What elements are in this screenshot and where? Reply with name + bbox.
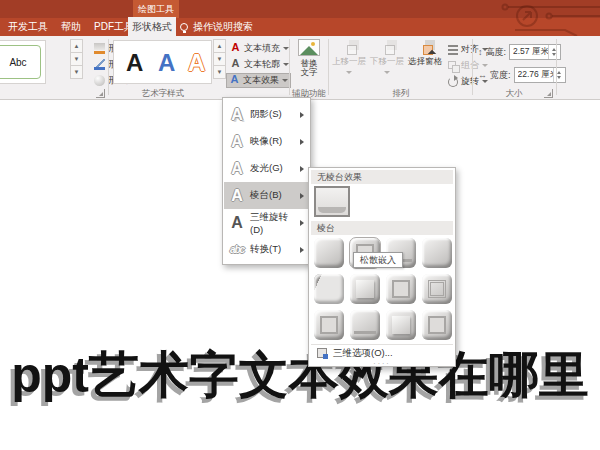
- text-fill-label: 文本填充: [244, 42, 280, 55]
- menu-item-shadow[interactable]: A 阴影(S): [224, 101, 309, 128]
- bevel-tooltip: 松散嵌入: [353, 252, 403, 268]
- 3d-options-item[interactable]: 三维选项(O)...: [311, 344, 453, 361]
- scroll-up-icon[interactable]: ▲: [213, 39, 226, 53]
- bevel-preset-art-deco[interactable]: [386, 310, 416, 340]
- bevel-preset-ring[interactable]: [422, 310, 452, 340]
- text-outline-button[interactable]: A 文本轮廓: [228, 57, 291, 72]
- height-input[interactable]: [510, 47, 548, 57]
- height-spinner[interactable]: [548, 45, 559, 59]
- height-label: 高度:: [486, 46, 507, 59]
- shape-style-gallery[interactable]: Abc: [0, 40, 46, 84]
- width-input[interactable]: [515, 70, 553, 80]
- menu-item-label: 转换(T): [250, 243, 300, 256]
- group-objects-icon: [448, 61, 458, 71]
- send-backward-icon: [380, 40, 395, 55]
- wordart-group-label: 艺术字样式: [113, 88, 213, 100]
- group-divider: [472, 39, 473, 95]
- submenu-arrow-icon: [300, 139, 304, 145]
- menu-item-label: 发光(G): [250, 162, 300, 175]
- bevel-preset-riblet[interactable]: [314, 310, 344, 340]
- selection-pane-button[interactable]: 选择窗格: [407, 38, 443, 86]
- bevel-preset-slope[interactable]: [386, 274, 416, 304]
- arrange-group-label: 排列: [331, 88, 471, 100]
- shape-outline-icon: [94, 59, 105, 70]
- text-effects-button[interactable]: A 文本效果: [226, 73, 291, 88]
- bevel-preset-circle[interactable]: [314, 238, 344, 268]
- 3d-options-label: 三维选项(O)...: [333, 347, 393, 360]
- selection-pane-label: 选择窗格: [407, 57, 443, 66]
- size-group-label: 大小: [476, 88, 552, 100]
- align-label: 对齐: [461, 43, 479, 56]
- menu-item-label: 三维旋转(D): [250, 211, 300, 235]
- tell-me-label: 操作说明搜索: [193, 20, 253, 34]
- menu-item-reflection[interactable]: A 映像(R): [224, 128, 309, 155]
- wordart-gallery[interactable]: A A A: [113, 40, 212, 84]
- alt-text-button[interactable]: 替换文字: [292, 38, 326, 86]
- bring-forward-label: 上移一层: [331, 57, 367, 66]
- alt-text-label: 替换文字: [298, 59, 320, 77]
- scroll-up-icon[interactable]: ▲: [70, 39, 83, 53]
- wordart-style-blue[interactable]: A: [158, 49, 175, 77]
- no-bevel-header: 无棱台效果: [311, 170, 453, 184]
- menu-item-label: 阴影(S): [250, 108, 300, 121]
- gallery-more-icon[interactable]: ▼: [70, 65, 83, 79]
- group-label-text: 组合: [461, 59, 479, 72]
- width-label: 宽度:: [490, 69, 511, 82]
- shadow-effect-icon: A: [224, 106, 250, 124]
- bring-forward-icon: [342, 40, 357, 55]
- scroll-down-icon[interactable]: ▼: [70, 52, 83, 66]
- chevron-down-icon: [346, 71, 352, 74]
- width-spinner[interactable]: [553, 68, 564, 82]
- wordart-style-black[interactable]: A: [126, 49, 143, 77]
- group-divider: [289, 39, 290, 95]
- width-icon: ↔: [478, 70, 487, 80]
- titlebar: [0, 0, 600, 18]
- group-divider: [556, 39, 557, 95]
- send-backward-label: 下移一层: [369, 57, 405, 66]
- align-icon: [448, 45, 458, 55]
- submenu-arrow-icon: [300, 193, 304, 199]
- menu-item-label: 棱台(B): [250, 189, 300, 202]
- no-bevel-option[interactable]: [314, 186, 350, 217]
- shape-style-scroll[interactable]: ▲ ▼ ▼: [70, 40, 83, 79]
- bevel-preset-divot[interactable]: [422, 274, 452, 304]
- bring-forward-button[interactable]: 上移一层: [331, 38, 367, 86]
- text-effects-menu: A 阴影(S) A 映像(R) A 发光(G) A 棱台(B) A 三维旋转(D…: [222, 97, 311, 265]
- alt-text-picture-icon: [298, 39, 320, 56]
- bevel-preset-soft-round[interactable]: [314, 274, 344, 304]
- slide-headline-text[interactable]: ppt艺术字文本效果在哪里: [0, 342, 600, 409]
- bevel-preset-hard-edge[interactable]: [350, 310, 380, 340]
- shape-styles-dialog-launcher-icon[interactable]: [96, 89, 105, 98]
- height-row: ↕ 高度:: [478, 44, 561, 60]
- send-backward-button[interactable]: 下移一层: [369, 38, 405, 86]
- menu-item-bevel[interactable]: A 棱台(B): [224, 182, 309, 209]
- wordart-style-orange[interactable]: A: [188, 49, 205, 77]
- bevel-preset-convex[interactable]: [350, 274, 380, 304]
- menu-item-3d-rotation[interactable]: A 三维旋转(D): [224, 209, 309, 236]
- submenu-arrow-icon: [300, 166, 304, 172]
- height-icon: ↕: [478, 47, 483, 57]
- menu-resize-gripper[interactable]: ····: [309, 360, 455, 367]
- tab-help[interactable]: 帮助: [56, 18, 86, 36]
- tab-developer[interactable]: 开发工具: [4, 18, 52, 36]
- text-outline-icon: A: [230, 59, 241, 70]
- wordart-scroll[interactable]: ▲ ▼ ▼: [213, 40, 226, 79]
- width-spinbox[interactable]: [514, 67, 566, 83]
- size-dialog-launcher-icon[interactable]: [544, 89, 553, 98]
- tell-me-search[interactable]: 操作说明搜索: [180, 18, 253, 36]
- chevron-down-icon: [384, 71, 390, 74]
- text-fill-icon: A: [230, 43, 241, 54]
- chevron-down-icon: [282, 79, 288, 82]
- tab-shape-format[interactable]: 形状格式: [128, 17, 176, 36]
- menu-item-glow[interactable]: A 发光(G): [224, 155, 309, 182]
- height-spinbox[interactable]: [509, 44, 561, 60]
- rotate-icon: [448, 77, 458, 87]
- text-fill-button[interactable]: A 文本填充: [228, 41, 291, 56]
- menu-item-transform[interactable]: abc 转换(T): [224, 236, 309, 263]
- powerpoint-window: 绘图工具 开发工具 帮助 PDF工具集 形状格式 操作说明搜索 Abc ▲ ▼ …: [0, 0, 600, 450]
- scroll-down-icon[interactable]: ▼: [213, 52, 226, 66]
- submenu-arrow-icon: [300, 247, 304, 253]
- group-divider: [108, 39, 109, 95]
- gallery-more-icon[interactable]: ▼: [213, 65, 226, 79]
- bevel-preset-angle[interactable]: [422, 238, 452, 268]
